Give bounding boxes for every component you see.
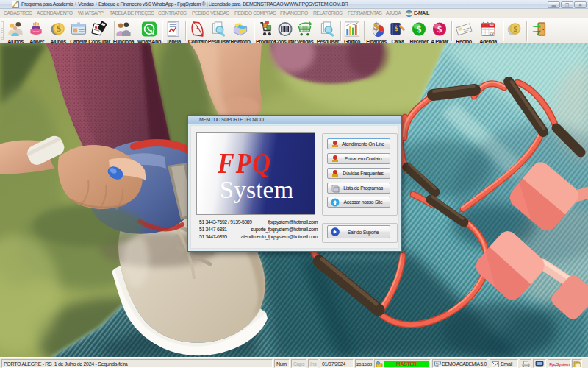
svg-text:$: $ [395, 24, 398, 32]
svg-text:$: $ [417, 24, 421, 35]
svg-text:JAN: JAN [489, 24, 494, 27]
svg-text:$: $ [57, 24, 61, 33]
svg-text:29: 29 [490, 31, 494, 35]
svg-text:$: $ [514, 25, 517, 33]
svg-text:$: $ [373, 21, 379, 32]
svg-text:$: $ [437, 24, 442, 35]
